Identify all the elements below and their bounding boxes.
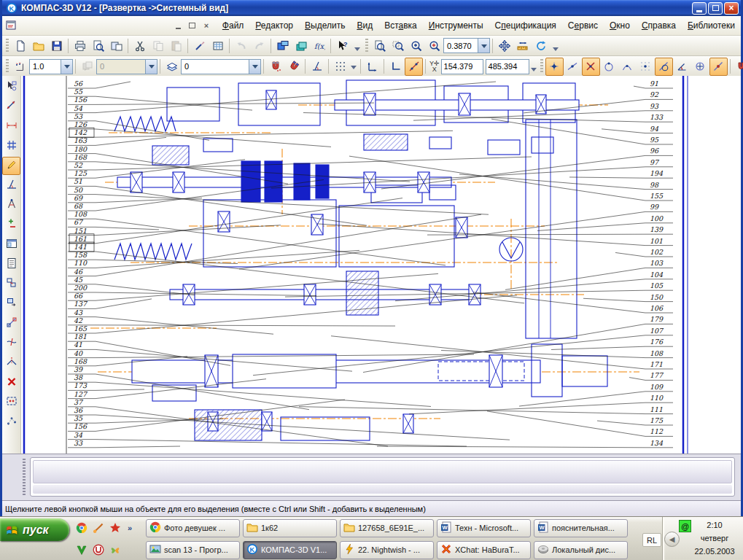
task-button[interactable]: KКОМПАС-3D V1... [243, 541, 337, 559]
panel-button[interactable] [2, 78, 20, 96]
snap-button[interactable] [582, 58, 600, 76]
property-bar-grip[interactable] [23, 459, 26, 495]
toolbar-grip[interactable] [540, 59, 543, 74]
mdi-restore-button[interactable] [187, 20, 198, 31]
toolbar-button[interactable] [149, 36, 167, 55]
rounding-button[interactable] [405, 58, 423, 76]
grid-toggle-button[interactable] [331, 58, 349, 76]
toolbar-overflow-chevron[interactable] [353, 38, 362, 54]
snap-toggle-button[interactable] [284, 58, 303, 76]
snap-setup-button[interactable] [266, 58, 284, 76]
y-coordinate-field[interactable]: 485.394 [486, 59, 529, 74]
tray-chevron-icon[interactable]: ◀ [664, 532, 680, 547]
menu-item[interactable]: Инструменты [423, 18, 489, 33]
chevron-down-icon[interactable] [478, 39, 489, 52]
toolbar-button[interactable] [47, 36, 66, 55]
snaps-all-button[interactable] [733, 58, 743, 76]
toolbar-button[interactable] [292, 36, 310, 55]
toolbar-button[interactable] [232, 36, 250, 55]
snap-button[interactable] [564, 58, 582, 76]
toolbar-button[interactable]: ? [333, 36, 351, 55]
menu-item[interactable]: Спецификация [489, 18, 562, 33]
snap-button[interactable] [600, 58, 618, 76]
menu-item[interactable]: Вставка [378, 18, 423, 33]
menu-item[interactable]: Файл [217, 18, 250, 33]
panel-button[interactable] [2, 98, 20, 116]
zoom-scale-combo[interactable]: 0.3870 [443, 38, 490, 53]
panel-button[interactable] [2, 196, 20, 214]
snap-button[interactable] [673, 58, 691, 76]
local-csys-button[interactable] [363, 58, 381, 76]
task-button[interactable]: 1к62 [243, 519, 337, 537]
task-button[interactable]: WТехн - Microsoft... [437, 519, 531, 537]
mdi-close-button[interactable]: × [201, 20, 212, 31]
toolbar-button[interactable] [107, 36, 125, 55]
task-button[interactable]: Локальный дис... [534, 541, 628, 559]
quick-launch-icon[interactable] [109, 522, 122, 534]
toolbar-button[interactable] [89, 36, 107, 55]
close-button[interactable]: × [724, 2, 739, 15]
cursor-step-combo[interactable]: 1.0 [29, 59, 73, 74]
panel-button[interactable] [2, 393, 20, 411]
snap-button[interactable] [709, 58, 728, 76]
tray-clock[interactable]: 2:10 четверг 22.05.2003 [689, 518, 740, 558]
snap-button[interactable] [655, 58, 673, 76]
toolbar-button[interactable] [167, 36, 185, 55]
panel-button[interactable] [2, 334, 20, 352]
toolbar-button[interactable] [190, 36, 209, 55]
quick-launch-icon[interactable] [109, 544, 122, 556]
chevron-down-icon[interactable] [61, 60, 72, 74]
chevron-down-icon[interactable] [249, 60, 260, 74]
panel-button[interactable] [2, 117, 20, 136]
mdi-minimize-button[interactable] [173, 20, 184, 31]
title-bar[interactable]: K КОМПАС-3D V12 - [Развертка ->Системный… [2, 0, 741, 16]
zoom-button[interactable] [425, 36, 443, 55]
toolbar-button[interactable] [29, 36, 47, 55]
minimize-button[interactable] [692, 2, 707, 15]
panel-button[interactable] [2, 176, 20, 195]
task-button[interactable]: Фото девушек ... [146, 519, 240, 537]
panel-button[interactable] [2, 314, 20, 332]
zoom-button[interactable] [370, 36, 389, 55]
toolbar-overflow-chevron[interactable] [531, 58, 537, 74]
zoom-button[interactable] [407, 36, 425, 55]
toolbar-button[interactable] [209, 36, 227, 55]
drawing-svg[interactable]: 5655156545312614216318016852125515069681… [21, 76, 741, 454]
restore-button[interactable] [708, 2, 723, 15]
task-button[interactable]: scan 13 - Прогр... [146, 541, 240, 559]
menu-item[interactable]: Вид [351, 18, 378, 33]
start-button[interactable]: пуск [0, 518, 69, 541]
quick-launch-icon[interactable] [76, 522, 88, 534]
toolbar-grip[interactable] [365, 39, 368, 53]
panel-button[interactable] [2, 295, 20, 313]
layers-icon[interactable] [163, 58, 181, 76]
snap-button[interactable] [618, 58, 637, 76]
quick-launch-icon[interactable] [93, 522, 105, 534]
menu-item[interactable]: Редактор [249, 18, 299, 33]
snap-button[interactable] [637, 58, 655, 76]
panel-button[interactable] [2, 255, 20, 273]
angle-snap-button[interactable] [308, 58, 326, 76]
task-button[interactable]: Wпояснительная... [534, 519, 628, 537]
ortho-mode-button[interactable] [386, 58, 405, 76]
toolbar-button[interactable] [71, 36, 89, 55]
menu-item[interactable]: Окно [604, 18, 636, 33]
task-button[interactable]: 127658_6E91E_... [340, 519, 434, 537]
zoom-button[interactable] [389, 36, 407, 55]
panel-button[interactable] [2, 157, 20, 175]
layer-combo[interactable]: 0 [181, 59, 261, 74]
toolbar-button[interactable]: f(x) [310, 36, 328, 55]
toolbar-overflow-chevron[interactable] [551, 38, 560, 54]
panel-button[interactable] [2, 275, 20, 293]
quick-launch-overflow[interactable]: » [128, 524, 132, 532]
panel-button[interactable] [2, 236, 20, 254]
snap-button[interactable] [545, 58, 564, 76]
toolbar-grip[interactable] [6, 39, 9, 53]
toolbar-button[interactable] [250, 36, 268, 55]
menu-item[interactable]: Выделить [299, 18, 351, 33]
cursor-step-icon[interactable] [11, 58, 29, 76]
panel-button[interactable] [2, 137, 20, 155]
toolbar-grip[interactable] [6, 59, 9, 74]
panel-button[interactable] [2, 373, 20, 392]
view-button[interactable] [513, 36, 532, 55]
